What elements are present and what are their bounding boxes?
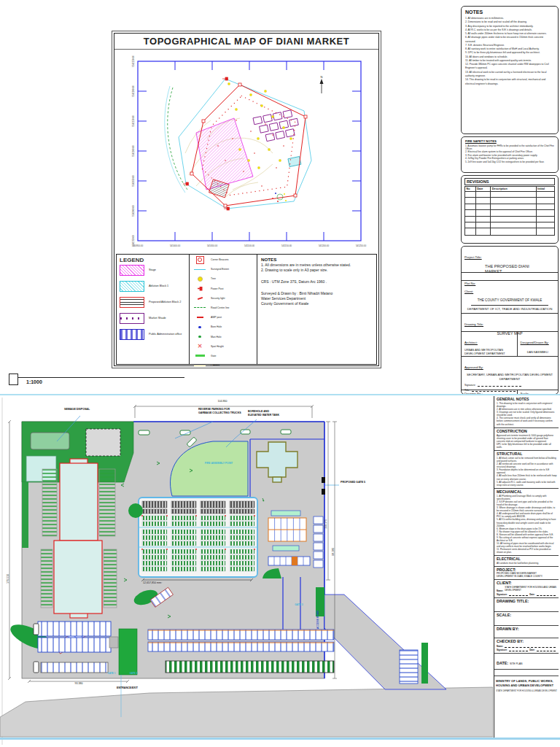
revisions-box: REVISIONS NoDateDescriptionInitial <box>461 175 559 244</box>
notes-section: CONSTRUCTION Approved anti-termite treat… <box>494 428 559 451</box>
revisions-column-header: Initial <box>537 187 554 192</box>
scale-bar: 1:1000 <box>9 374 184 385</box>
scale-block: SCALE: <box>494 612 559 626</box>
access-road-east <box>324 595 446 689</box>
architect-value: URBAN AND METROPOLITAN DEVELOPMENT DEPAR… <box>464 349 514 356</box>
legend-symbol-icon <box>194 269 206 270</box>
notes-section-text: All conduits must be laid before plaster… <box>497 562 557 565</box>
svg-text:541200.00: 541200.00 <box>319 244 330 247</box>
legend-symbol-item: Power Post <box>192 286 254 292</box>
legend-symbol-item: Tree <box>192 276 254 282</box>
approved-by-section: Approved By: SECRETARY, URBAN AND METROP… <box>462 357 558 390</box>
legend-title: LEGEND <box>120 257 186 263</box>
client-section: Client: THE COUNTY GOVERNMENT OF KWALE D… <box>462 281 558 314</box>
title-block-panel: NOTES 1. All dimensions are in millimetr… <box>461 6 559 397</box>
revisions-column-header: No <box>465 187 476 192</box>
notes-section: STRUCTURAL 1. All black cotton soil to b… <box>494 451 559 489</box>
revisions-empty-row <box>465 210 554 216</box>
page2-notes-column: GENERAL NOTES 1. This drawing to be read… <box>494 396 559 739</box>
approved-by-value: SECRETARY, URBAN AND METROPOLITAN DEVELO… <box>464 373 555 381</box>
legend-strip: LEGEND Stage Ablution Block 1 Proposed A… <box>116 254 377 365</box>
project-title-block: Project Title: THE PROPOSED DIANI MARKET… <box>461 246 559 395</box>
svg-text:541250.00: 541250.00 <box>356 244 367 247</box>
legend-area-item: Public Administration office <box>120 329 186 340</box>
fire-safety-notes-box: FIRE SAFETY NOTES 1. Automatic booster p… <box>461 136 559 173</box>
fire-notes-text: 1. Automatic booster pump for FHRs to be… <box>465 144 554 164</box>
map-notes: 1. All dimensions are in metres unless o… <box>261 263 373 274</box>
legend-symbol-item: AWP post <box>192 314 254 320</box>
legend-swatch <box>120 313 144 324</box>
legend-swatch <box>120 265 144 276</box>
notes-section-title: ELECTRICAL <box>497 557 557 561</box>
legend-symbol-icon <box>198 326 201 328</box>
map-grid-frame <box>138 61 361 241</box>
borehole-label: BOREHOLE AND ELEVATED WATER TANK <box>248 410 281 417</box>
revisions-empty-row <box>465 222 554 228</box>
legend-area-item: Stage <box>120 265 186 276</box>
legend-symbol-item: Contour <box>192 363 254 368</box>
legend-symbol-icon <box>194 365 206 366</box>
legend-symbol-icon <box>198 336 201 338</box>
notes-section-text: 1. All Plumbing and Drainage Work to com… <box>497 495 557 554</box>
notes-section-text: 1. This drawing to be read in conjunctio… <box>497 402 557 426</box>
page-bottom-border <box>0 738 560 740</box>
fire-notes-title: FIRE SAFETY NOTES <box>465 139 554 143</box>
legend-symbol-icon <box>198 287 203 291</box>
survey-map-sheet: TOPOGRAPHICAL MAP OF DIANI MARKET <box>114 33 379 366</box>
legend-symbol-icon <box>194 307 206 308</box>
document-canvas: TOPOGRAPHICAL MAP OF DIANI MARKET <box>0 0 560 747</box>
notes-text: 1. All dimensions are in millimetres. 2.… <box>465 17 554 86</box>
notes-section: ELECTRICAL All conduits must be laid bef… <box>494 556 559 567</box>
gate2-label: GATE 2 <box>125 673 141 676</box>
svg-text:9542150.00: 9542150.00 <box>132 115 135 127</box>
road-edge-line <box>165 86 185 193</box>
notes-section-title: GENERAL NOTES <box>497 397 557 401</box>
crs-note: CRS : UTM Zone 37S, Datum Arc 1960 . <box>261 279 373 285</box>
legend-swatch <box>120 281 144 292</box>
page-divider <box>0 394 560 395</box>
project-block: PROJECT: PROPOSED DIANI MODERN MARKET DE… <box>494 567 559 580</box>
legend-symbol-icon <box>198 344 203 349</box>
date-line <box>537 593 556 596</box>
legend-symbol-label: Gate <box>211 355 216 357</box>
svg-text:N: N <box>321 75 323 79</box>
gate1-label: GATE 1 <box>104 673 120 676</box>
svg-text:541000.00: 541000.00 <box>170 244 181 247</box>
svg-text:9542050.00: 9542050.00 <box>132 175 135 187</box>
stall-area-label: 12,657,850 mm² <box>143 581 162 585</box>
legend-area-item: Proposed Ablution Block 2 <box>120 297 186 308</box>
legend-symbol-item: Corner Beacons <box>192 257 254 263</box>
scale-bar-label: 1:1000 <box>26 379 42 384</box>
dimension-right-1: 150.175 <box>324 519 328 529</box>
client-name: THE COUNTY GOVERNMENT OF KWALE <box>464 298 555 302</box>
general-notes-box: NOTES 1. All dimensions are in millimetr… <box>461 6 559 134</box>
revisions-empty-row <box>465 217 554 222</box>
legend-symbol-item: Gate <box>192 353 254 359</box>
legend-symbol-icon <box>198 276 203 282</box>
legend-symbol-label: Man Hole <box>211 336 222 338</box>
entrance-exit-label: ENTRANCE/EXIT <box>117 686 153 690</box>
legend-symbol-label: Bore Hole <box>211 325 222 328</box>
topographical-map: 540950.00 541000.00 541050.00 541100.00 … <box>116 51 376 252</box>
scale-bar-line <box>18 377 184 378</box>
date-line <box>537 649 556 651</box>
legend-symbol-item: Spot Height <box>192 344 254 349</box>
legend-area-list: Stage Ablution Block 1 Proposed Ablution… <box>120 265 186 340</box>
map-title: TOPOGRAPHICAL MAP OF DIANI MARKET <box>114 34 378 50</box>
revisions-empty-row <box>465 228 554 234</box>
designed-by-value: DAN KASIMBELI <box>521 351 555 355</box>
notes-section-title: MECHANICAL <box>497 489 557 494</box>
revisions-column-header: Description <box>491 187 536 192</box>
parking-block-southwest <box>38 622 111 673</box>
project-text: PROPOSED DIANI MODERN MARKET DEVELOPMENT… <box>497 572 557 578</box>
legend-area-label: Public Administration office <box>149 333 182 336</box>
notes-title: NOTES <box>465 9 554 15</box>
notes-section: MECHANICAL 1. All Plumbing and Drainage … <box>494 489 559 557</box>
legend-symbol-label: Tree <box>211 277 216 280</box>
public-road <box>0 687 493 737</box>
legend-symbol-item: Man Hole <box>192 334 254 340</box>
market-shade-cluster <box>253 109 300 144</box>
drawn-by-block: DRAWN BY: <box>494 626 559 638</box>
scale-bar-box <box>9 374 18 385</box>
legend-symbol-label: Contour <box>211 364 219 367</box>
